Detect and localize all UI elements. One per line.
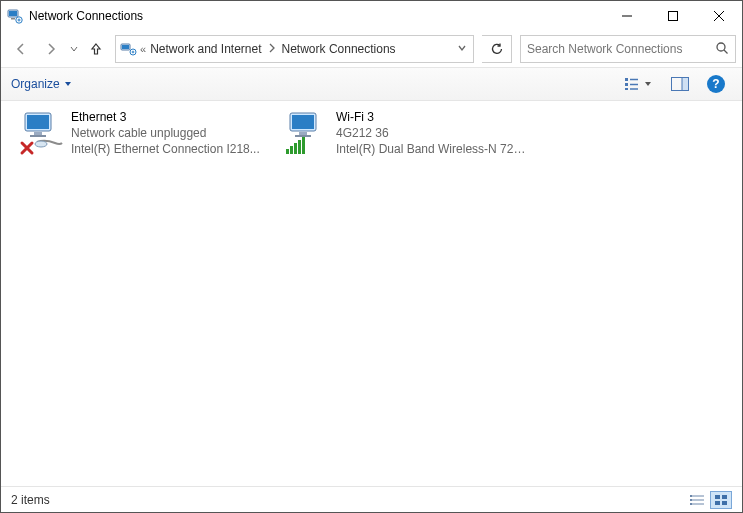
address-bar[interactable]: « Network and Internet Network Connectio… bbox=[115, 35, 474, 63]
refresh-button[interactable] bbox=[482, 35, 512, 63]
view-options-button[interactable] bbox=[616, 72, 660, 96]
search-input[interactable]: Search Network Connections bbox=[520, 35, 736, 63]
breadcrumb-current[interactable]: Network Connections bbox=[278, 42, 400, 56]
svg-rect-41 bbox=[690, 499, 692, 501]
connection-adapter: Intel(R) Ethernet Connection I218... bbox=[71, 141, 260, 157]
svg-point-11 bbox=[717, 43, 725, 51]
help-button[interactable]: ? bbox=[700, 72, 732, 96]
minimize-button[interactable] bbox=[604, 1, 650, 31]
organize-label: Organize bbox=[11, 77, 60, 91]
svg-rect-5 bbox=[669, 12, 678, 21]
svg-rect-33 bbox=[290, 146, 293, 154]
search-placeholder: Search Network Connections bbox=[527, 42, 715, 56]
svg-rect-44 bbox=[722, 495, 727, 499]
svg-rect-29 bbox=[292, 115, 314, 129]
ethernet-unplugged-icon bbox=[15, 109, 65, 159]
svg-rect-45 bbox=[715, 501, 720, 505]
content-area[interactable]: Ethernet 3 Network cable unplugged Intel… bbox=[1, 101, 742, 486]
help-icon: ? bbox=[707, 75, 725, 93]
back-button[interactable] bbox=[7, 35, 35, 63]
connection-status: 4G212 36 bbox=[336, 125, 526, 141]
organize-menu[interactable]: Organize bbox=[11, 77, 72, 91]
connection-name: Ethernet 3 bbox=[71, 109, 260, 125]
close-button[interactable] bbox=[696, 1, 742, 31]
preview-pane-button[interactable] bbox=[664, 72, 696, 96]
svg-rect-42 bbox=[690, 503, 692, 505]
svg-rect-14 bbox=[625, 83, 628, 86]
svg-line-12 bbox=[724, 50, 728, 54]
chevron-right-icon[interactable] bbox=[266, 42, 278, 56]
chevron-down-icon bbox=[644, 80, 652, 88]
svg-rect-24 bbox=[30, 135, 46, 137]
svg-rect-40 bbox=[690, 495, 692, 497]
forward-button[interactable] bbox=[37, 35, 65, 63]
status-bar: 2 items bbox=[1, 486, 742, 512]
svg-rect-20 bbox=[682, 78, 689, 91]
up-button[interactable] bbox=[83, 35, 109, 63]
window-title: Network Connections bbox=[29, 9, 604, 23]
connection-status: Network cable unplugged bbox=[71, 125, 260, 141]
svg-rect-46 bbox=[722, 501, 727, 505]
svg-rect-15 bbox=[625, 88, 628, 90]
item-count: 2 items bbox=[11, 493, 50, 507]
svg-rect-2 bbox=[11, 18, 15, 20]
maximize-button[interactable] bbox=[650, 1, 696, 31]
large-icons-view-button[interactable] bbox=[710, 491, 732, 509]
connection-item-ethernet[interactable]: Ethernet 3 Network cable unplugged Intel… bbox=[11, 105, 261, 163]
breadcrumb-parent[interactable]: Network and Internet bbox=[146, 42, 265, 56]
svg-rect-30 bbox=[299, 132, 307, 135]
search-icon bbox=[715, 41, 729, 58]
svg-line-6 bbox=[714, 11, 724, 21]
connection-adapter: Intel(R) Dual Band Wireless-N 7260 bbox=[336, 141, 526, 157]
svg-rect-32 bbox=[286, 149, 289, 154]
wifi-signal-icon bbox=[280, 109, 330, 159]
svg-rect-34 bbox=[294, 143, 297, 154]
chevron-down-icon bbox=[64, 80, 72, 88]
svg-rect-22 bbox=[27, 115, 49, 129]
svg-rect-1 bbox=[9, 11, 17, 16]
svg-rect-23 bbox=[34, 132, 42, 135]
svg-rect-31 bbox=[295, 135, 311, 137]
details-view-button[interactable] bbox=[686, 491, 708, 509]
svg-line-7 bbox=[714, 11, 724, 21]
address-dropdown[interactable] bbox=[457, 42, 467, 56]
svg-point-25 bbox=[35, 141, 47, 147]
recent-dropdown[interactable] bbox=[67, 35, 81, 63]
title-bar: Network Connections bbox=[1, 1, 742, 31]
connection-item-wifi[interactable]: Wi-Fi 3 4G212 36 Intel(R) Dual Band Wire… bbox=[276, 105, 526, 163]
svg-rect-43 bbox=[715, 495, 720, 499]
app-icon bbox=[7, 8, 23, 24]
navigation-row: « Network and Internet Network Connectio… bbox=[1, 31, 742, 67]
svg-rect-36 bbox=[302, 137, 305, 154]
command-bar: Organize ? bbox=[1, 67, 742, 101]
connection-name: Wi-Fi 3 bbox=[336, 109, 526, 125]
svg-rect-9 bbox=[122, 45, 129, 49]
svg-rect-13 bbox=[625, 78, 628, 81]
svg-rect-35 bbox=[298, 140, 301, 154]
location-icon bbox=[120, 41, 138, 57]
